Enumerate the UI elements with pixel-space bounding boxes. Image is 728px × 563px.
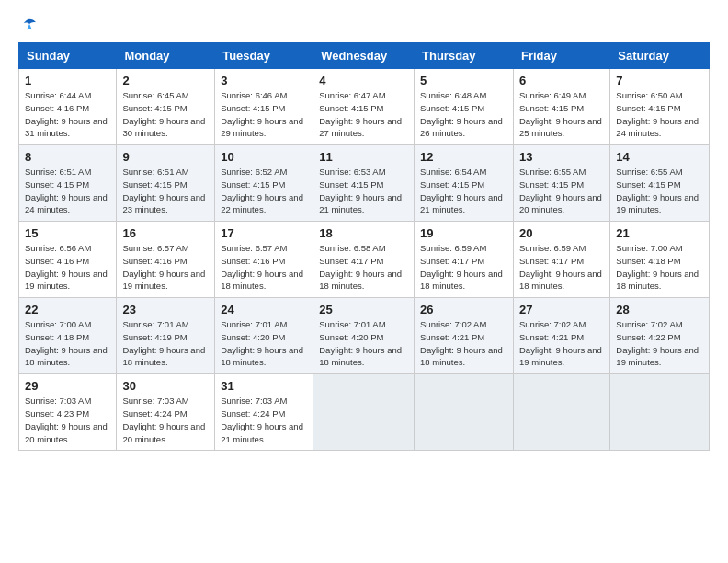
table-row: 15Sunrise: 6:56 AMSunset: 4:16 PMDayligh… bbox=[19, 222, 117, 298]
table-row: 22Sunrise: 7:00 AMSunset: 4:18 PMDayligh… bbox=[19, 298, 117, 374]
day-detail: Sunrise: 6:46 AMSunset: 4:15 PMDaylight:… bbox=[221, 90, 303, 138]
table-row bbox=[415, 374, 514, 451]
day-number: 3 bbox=[221, 74, 307, 87]
day-number: 4 bbox=[319, 74, 408, 87]
calendar-week-3: 15Sunrise: 6:56 AMSunset: 4:16 PMDayligh… bbox=[19, 222, 710, 298]
calendar-page: Sunday Monday Tuesday Wednesday Thursday… bbox=[0, 0, 728, 563]
day-number: 24 bbox=[221, 303, 307, 316]
col-saturday: Saturday bbox=[610, 43, 710, 69]
table-row: 28Sunrise: 7:02 AMSunset: 4:22 PMDayligh… bbox=[610, 298, 710, 374]
logo-bird-icon bbox=[21, 17, 38, 33]
table-row: 11Sunrise: 6:53 AMSunset: 4:15 PMDayligh… bbox=[313, 145, 415, 222]
calendar-table: Sunday Monday Tuesday Wednesday Thursday… bbox=[18, 42, 710, 451]
day-detail: Sunrise: 7:02 AMSunset: 4:22 PMDaylight:… bbox=[616, 319, 699, 367]
day-detail: Sunrise: 6:58 AMSunset: 4:17 PMDaylight:… bbox=[319, 243, 402, 291]
day-number: 30 bbox=[122, 379, 209, 393]
day-number: 31 bbox=[221, 379, 307, 393]
table-row: 26Sunrise: 7:02 AMSunset: 4:21 PMDayligh… bbox=[415, 298, 514, 374]
day-number: 1 bbox=[25, 74, 110, 87]
table-row: 10Sunrise: 6:52 AMSunset: 4:15 PMDayligh… bbox=[215, 145, 313, 222]
day-detail: Sunrise: 6:50 AMSunset: 4:15 PMDaylight:… bbox=[616, 90, 699, 138]
day-detail: Sunrise: 7:03 AMSunset: 4:24 PMDaylight:… bbox=[122, 396, 205, 443]
table-row: 17Sunrise: 6:57 AMSunset: 4:16 PMDayligh… bbox=[215, 222, 313, 298]
day-detail: Sunrise: 7:00 AMSunset: 4:18 PMDaylight:… bbox=[25, 319, 108, 367]
col-friday: Friday bbox=[513, 43, 609, 69]
table-row: 14Sunrise: 6:55 AMSunset: 4:15 PMDayligh… bbox=[610, 145, 710, 222]
table-row: 18Sunrise: 6:58 AMSunset: 4:17 PMDayligh… bbox=[313, 222, 415, 298]
table-row: 25Sunrise: 7:01 AMSunset: 4:20 PMDayligh… bbox=[313, 298, 415, 374]
col-sunday: Sunday bbox=[19, 43, 117, 69]
day-detail: Sunrise: 6:47 AMSunset: 4:15 PMDaylight:… bbox=[319, 90, 402, 138]
day-detail: Sunrise: 6:56 AMSunset: 4:16 PMDaylight:… bbox=[25, 243, 108, 291]
day-number: 8 bbox=[25, 150, 110, 164]
day-detail: Sunrise: 6:59 AMSunset: 4:17 PMDaylight:… bbox=[420, 243, 503, 291]
day-detail: Sunrise: 7:01 AMSunset: 4:19 PMDaylight:… bbox=[122, 319, 205, 367]
day-detail: Sunrise: 6:57 AMSunset: 4:16 PMDaylight:… bbox=[221, 243, 303, 291]
day-detail: Sunrise: 6:49 AMSunset: 4:15 PMDaylight:… bbox=[519, 90, 602, 138]
table-row: 19Sunrise: 6:59 AMSunset: 4:17 PMDayligh… bbox=[415, 222, 514, 298]
table-row: 8Sunrise: 6:51 AMSunset: 4:15 PMDaylight… bbox=[19, 145, 117, 222]
table-row: 7Sunrise: 6:50 AMSunset: 4:15 PMDaylight… bbox=[610, 69, 710, 145]
day-number: 15 bbox=[25, 226, 110, 240]
table-row: 30Sunrise: 7:03 AMSunset: 4:24 PMDayligh… bbox=[117, 374, 215, 451]
day-detail: Sunrise: 6:51 AMSunset: 4:15 PMDaylight:… bbox=[122, 167, 205, 214]
day-number: 19 bbox=[420, 226, 507, 240]
table-row bbox=[610, 374, 710, 451]
table-row: 5Sunrise: 6:48 AMSunset: 4:15 PMDaylight… bbox=[415, 69, 514, 145]
day-number: 11 bbox=[319, 150, 408, 164]
day-detail: Sunrise: 6:52 AMSunset: 4:15 PMDaylight:… bbox=[221, 167, 303, 214]
day-detail: Sunrise: 6:48 AMSunset: 4:15 PMDaylight:… bbox=[420, 90, 503, 138]
table-row bbox=[513, 374, 609, 451]
col-tuesday: Tuesday bbox=[215, 43, 313, 69]
table-row: 31Sunrise: 7:03 AMSunset: 4:24 PMDayligh… bbox=[215, 374, 313, 451]
calendar-week-4: 22Sunrise: 7:00 AMSunset: 4:18 PMDayligh… bbox=[19, 298, 710, 374]
calendar-week-2: 8Sunrise: 6:51 AMSunset: 4:15 PMDaylight… bbox=[19, 145, 710, 222]
table-row: 9Sunrise: 6:51 AMSunset: 4:15 PMDaylight… bbox=[117, 145, 215, 222]
col-wednesday: Wednesday bbox=[313, 43, 415, 69]
day-detail: Sunrise: 6:54 AMSunset: 4:15 PMDaylight:… bbox=[420, 167, 503, 214]
day-number: 28 bbox=[616, 303, 703, 316]
day-number: 18 bbox=[319, 226, 408, 240]
calendar-week-1: 1Sunrise: 6:44 AMSunset: 4:16 PMDaylight… bbox=[19, 69, 710, 145]
day-number: 21 bbox=[616, 226, 703, 240]
day-number: 29 bbox=[25, 379, 110, 393]
day-detail: Sunrise: 6:57 AMSunset: 4:16 PMDaylight:… bbox=[122, 243, 205, 291]
table-row: 27Sunrise: 7:02 AMSunset: 4:21 PMDayligh… bbox=[513, 298, 609, 374]
day-detail: Sunrise: 6:44 AMSunset: 4:16 PMDaylight:… bbox=[25, 90, 108, 138]
table-row: 1Sunrise: 6:44 AMSunset: 4:16 PMDaylight… bbox=[19, 69, 117, 145]
day-detail: Sunrise: 7:00 AMSunset: 4:18 PMDaylight:… bbox=[616, 243, 699, 291]
day-number: 9 bbox=[122, 150, 209, 164]
col-monday: Monday bbox=[117, 43, 215, 69]
table-row: 21Sunrise: 7:00 AMSunset: 4:18 PMDayligh… bbox=[610, 222, 710, 298]
day-number: 17 bbox=[221, 226, 307, 240]
day-detail: Sunrise: 7:01 AMSunset: 4:20 PMDaylight:… bbox=[221, 319, 303, 367]
day-number: 22 bbox=[25, 303, 110, 316]
day-detail: Sunrise: 7:03 AMSunset: 4:24 PMDaylight:… bbox=[221, 396, 303, 443]
day-number: 13 bbox=[519, 150, 604, 164]
calendar-week-5: 29Sunrise: 7:03 AMSunset: 4:23 PMDayligh… bbox=[19, 374, 710, 451]
day-number: 14 bbox=[616, 150, 703, 164]
table-row: 13Sunrise: 6:55 AMSunset: 4:15 PMDayligh… bbox=[513, 145, 609, 222]
day-number: 6 bbox=[519, 74, 604, 87]
day-number: 10 bbox=[221, 150, 307, 164]
header-row: Sunday Monday Tuesday Wednesday Thursday… bbox=[19, 43, 710, 69]
day-detail: Sunrise: 7:03 AMSunset: 4:23 PMDaylight:… bbox=[25, 396, 108, 443]
table-row: 6Sunrise: 6:49 AMSunset: 4:15 PMDaylight… bbox=[513, 69, 609, 145]
day-detail: Sunrise: 7:02 AMSunset: 4:21 PMDaylight:… bbox=[420, 319, 503, 367]
header bbox=[18, 17, 710, 35]
table-row: 3Sunrise: 6:46 AMSunset: 4:15 PMDaylight… bbox=[215, 69, 313, 145]
day-number: 26 bbox=[420, 303, 507, 316]
day-number: 7 bbox=[616, 74, 703, 87]
col-thursday: Thursday bbox=[415, 43, 514, 69]
table-row: 29Sunrise: 7:03 AMSunset: 4:23 PMDayligh… bbox=[19, 374, 117, 451]
table-row: 23Sunrise: 7:01 AMSunset: 4:19 PMDayligh… bbox=[117, 298, 215, 374]
table-row: 2Sunrise: 6:45 AMSunset: 4:15 PMDaylight… bbox=[117, 69, 215, 145]
day-number: 5 bbox=[420, 74, 507, 87]
table-row: 20Sunrise: 6:59 AMSunset: 4:17 PMDayligh… bbox=[513, 222, 609, 298]
day-detail: Sunrise: 6:59 AMSunset: 4:17 PMDaylight:… bbox=[519, 243, 602, 291]
day-number: 2 bbox=[122, 74, 209, 87]
table-row: 24Sunrise: 7:01 AMSunset: 4:20 PMDayligh… bbox=[215, 298, 313, 374]
logo bbox=[18, 17, 38, 35]
day-detail: Sunrise: 6:51 AMSunset: 4:15 PMDaylight:… bbox=[25, 167, 108, 214]
table-row: 12Sunrise: 6:54 AMSunset: 4:15 PMDayligh… bbox=[415, 145, 514, 222]
